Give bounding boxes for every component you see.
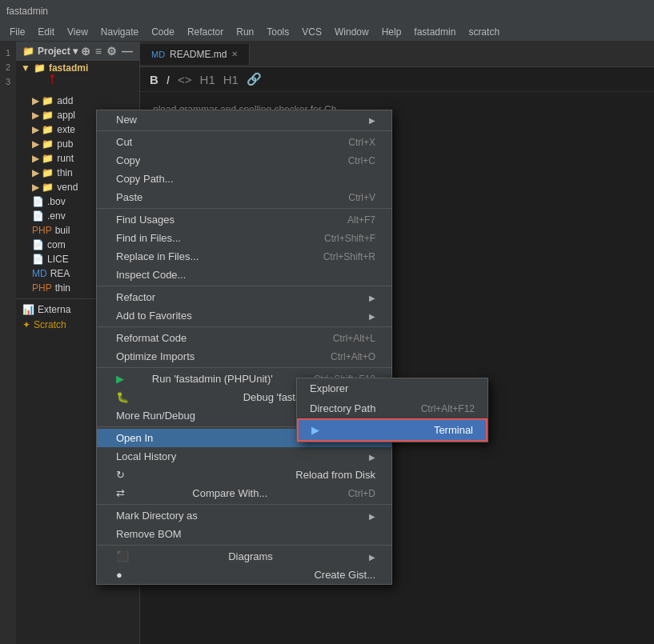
menu-run[interactable]: Run	[230, 25, 260, 39]
open-in-directory-path[interactable]: Directory Path Ctrl+Alt+F12	[297, 398, 487, 418]
folder-icon-thin: ▶ 📁	[32, 167, 54, 178]
label-bov: .bov	[47, 196, 66, 207]
menu-edit[interactable]: Edit	[31, 25, 61, 39]
folder-icon-add: ▶ 📁	[32, 95, 54, 106]
toolbar-link[interactable]: 🔗	[247, 72, 262, 86]
left-icon-strip: 1 2 3	[0, 42, 16, 644]
label-add: add	[57, 95, 73, 106]
project-header: 📁 Project ▾ ⊕ ≡ ⚙ —	[16, 42, 139, 61]
label-pub: pub	[57, 138, 73, 150]
editor-toolbar: B I <> H1 H1 🔗	[140, 67, 654, 92]
context-menu: New Cut Ctrl+X Copy Ctrl+C Copy Path... …	[96, 110, 392, 585]
menu-item-new[interactable]: New	[97, 110, 391, 129]
tab-icon-md: MD	[151, 50, 165, 59]
menu-item-find-in-files[interactable]: Find in Files... Ctrl+Shift+F	[97, 229, 391, 247]
folder-icon-runt: ▶ 📁	[32, 153, 54, 164]
label-rea: REA	[50, 268, 70, 279]
collapse-icon[interactable]: ≡	[95, 45, 102, 58]
label-com: com	[47, 239, 66, 250]
menu-navigate[interactable]: Navigate	[94, 25, 145, 39]
label-vend: vend	[57, 182, 78, 193]
title-text: fastadmin	[6, 6, 48, 17]
minimize-icon[interactable]: —	[122, 45, 133, 58]
menu-item-reload[interactable]: ↻ Reload from Disk	[97, 466, 391, 484]
red-arrow-annotation: ↑	[48, 69, 171, 87]
tree-item-add[interactable]: ▶ 📁 add	[16, 94, 139, 108]
left-icon-3: 3	[6, 77, 10, 86]
menu-item-remove-bom[interactable]: Remove BOM	[97, 525, 391, 543]
separator-1	[97, 130, 391, 131]
menu-code[interactable]: Code	[145, 25, 181, 39]
open-in-submenu: Explorer Directory Path Ctrl+Alt+F12 ▶ T…	[296, 378, 488, 442]
menu-item-refactor[interactable]: Refactor	[97, 288, 391, 306]
settings-icon[interactable]: ⚙	[106, 45, 117, 58]
file-icon-bov: 📄	[32, 196, 44, 207]
label-lice: LICE	[47, 254, 69, 265]
label-env: .env	[47, 210, 66, 222]
label-thin: thin	[57, 167, 72, 178]
menu-item-reformat[interactable]: Reformat Code Ctrl+Alt+L	[97, 329, 391, 347]
menu-item-replace-in-files[interactable]: Replace in Files... Ctrl+Shift+R	[97, 247, 391, 266]
label-thin2: thin	[55, 282, 70, 294]
label-appl: appl	[57, 110, 75, 121]
toolbar-h1[interactable]: H1	[200, 73, 215, 86]
tab-bar: MD README.md ✕	[140, 42, 654, 67]
project-title: Project ▾	[38, 46, 78, 57]
tab-close-readme[interactable]: ✕	[231, 50, 238, 58]
label-exte: exte	[57, 124, 75, 135]
menu-help[interactable]: Help	[375, 25, 408, 39]
external-icon: 📊	[22, 304, 34, 315]
title-bar: fastadmin	[0, 0, 654, 22]
menu-item-optimize-imports[interactable]: Optimize Imports Ctrl+Alt+O	[97, 347, 391, 366]
tab-readme[interactable]: MD README.md ✕	[140, 44, 250, 65]
folder-icon-exte: ▶ 📁	[32, 124, 54, 135]
menu-scratch[interactable]: scratch	[462, 25, 506, 39]
menu-item-mark-directory[interactable]: Mark Directory as	[97, 506, 391, 525]
menu-item-copy[interactable]: Copy Ctrl+C	[97, 151, 391, 170]
left-icon-2: 2	[6, 62, 10, 72]
menu-window[interactable]: Window	[328, 25, 375, 39]
root-arrow: ▼	[21, 62, 30, 74]
separator-4	[97, 326, 391, 327]
file-icon-env: 📄	[32, 210, 44, 222]
menu-bar: File Edit View Navigate Code Refactor Ru…	[0, 22, 654, 42]
menu-item-compare[interactable]: ⇄ Compare With... Ctrl+D	[97, 484, 391, 502]
separator-3	[97, 286, 391, 286]
file-icon-lice: 📄	[32, 254, 44, 265]
open-in-terminal[interactable]: ▶ Terminal	[297, 418, 487, 442]
separator-5	[97, 367, 391, 368]
menu-view[interactable]: View	[61, 25, 94, 39]
label-runt: runt	[57, 153, 74, 164]
menu-fastadmin[interactable]: fastadmin	[407, 25, 462, 39]
menu-file[interactable]: File	[3, 25, 31, 39]
menu-item-add-favorites[interactable]: Add to Favorites	[97, 306, 391, 325]
file-icon-buil: PHP	[32, 225, 52, 236]
file-icon-rea: MD	[32, 268, 47, 279]
left-icon-1: 1	[6, 48, 10, 58]
menu-item-find-usages[interactable]: Find Usages Alt+F7	[97, 210, 391, 229]
menu-refactor[interactable]: Refactor	[181, 25, 230, 39]
menu-item-inspect-code[interactable]: Inspect Code...	[97, 266, 391, 284]
separator-2	[97, 208, 391, 209]
open-in-explorer[interactable]: Explorer	[297, 378, 487, 398]
root-folder-icon: 📁	[34, 62, 46, 74]
menu-item-local-history[interactable]: Local History	[97, 447, 391, 466]
menu-item-paste[interactable]: Paste Ctrl+V	[97, 188, 391, 206]
menu-item-copy-path[interactable]: Copy Path...	[97, 170, 391, 188]
toolbar-code[interactable]: <>	[178, 73, 192, 86]
toolbar-h2[interactable]: H1	[223, 73, 239, 86]
label-buil: buil	[55, 225, 70, 236]
main-layout: 1 2 3 📁 Project ▾ ⊕ ≡ ⚙ — ▼ 📁 fastadmi ↑	[0, 42, 654, 644]
menu-item-diagrams[interactable]: ⬛ Diagrams	[97, 547, 391, 566]
locate-icon[interactable]: ⊕	[81, 45, 90, 58]
folder-icon: 📁	[22, 46, 34, 57]
menu-item-create-gist[interactable]: ● Create Gist...	[97, 566, 391, 584]
menu-vcs[interactable]: VCS	[295, 25, 328, 39]
folder-icon-appl: ▶ 📁	[32, 110, 54, 121]
folder-icon-vend: ▶ 📁	[32, 182, 54, 193]
menu-item-cut[interactable]: Cut Ctrl+X	[97, 133, 391, 151]
separator-8	[97, 545, 391, 546]
file-icon-thin2: PHP	[32, 282, 52, 294]
file-icon-com: 📄	[32, 239, 44, 250]
menu-tools[interactable]: Tools	[260, 25, 295, 39]
